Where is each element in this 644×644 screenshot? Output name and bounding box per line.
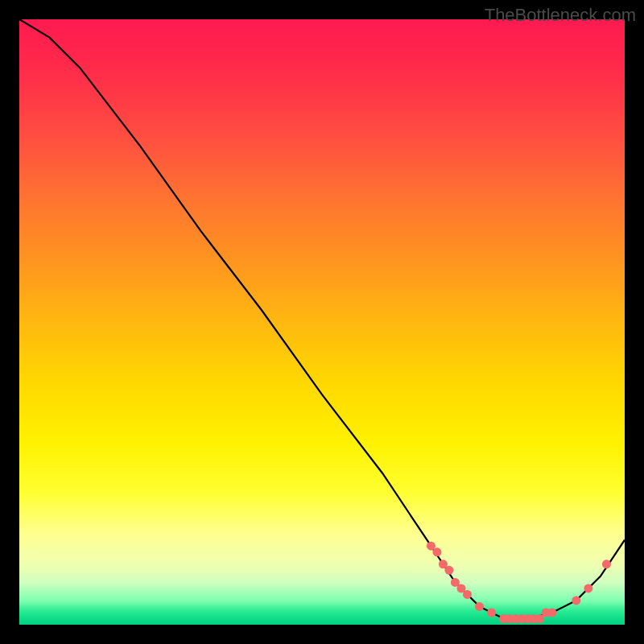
bottleneck-curve — [19, 19, 625, 619]
marker-point — [432, 547, 441, 556]
watermark-text: TheBottleneck.com — [485, 5, 636, 26]
marker-point — [572, 596, 580, 605]
chart-svg — [19, 19, 625, 625]
marker-point — [547, 609, 556, 617]
marker-point — [475, 602, 484, 611]
marker-point — [444, 566, 453, 575]
marker-point — [487, 609, 496, 617]
highlight-markers — [427, 542, 611, 623]
marker-point — [602, 559, 611, 568]
marker-point — [463, 590, 472, 599]
marker-point — [584, 584, 592, 592]
